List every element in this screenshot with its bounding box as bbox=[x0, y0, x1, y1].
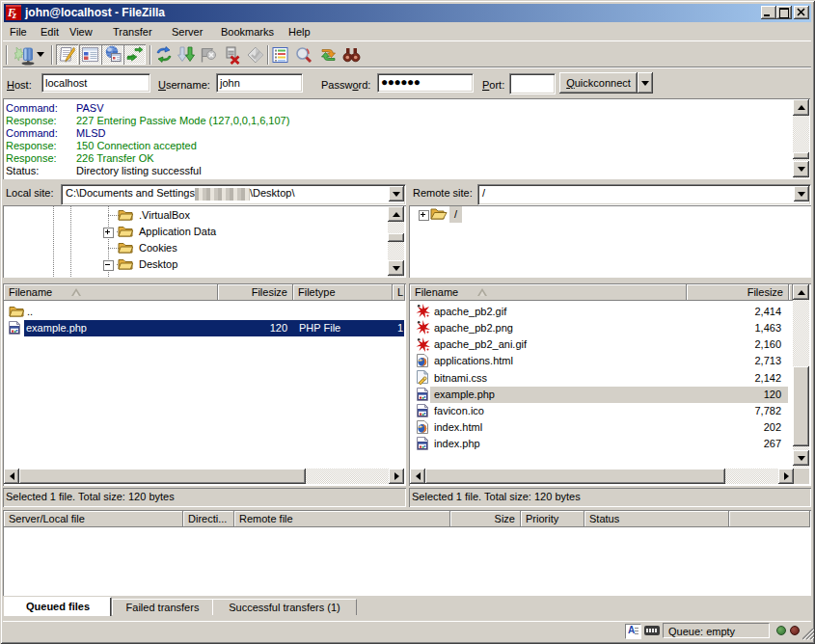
svg-text:z: z bbox=[12, 10, 16, 20]
